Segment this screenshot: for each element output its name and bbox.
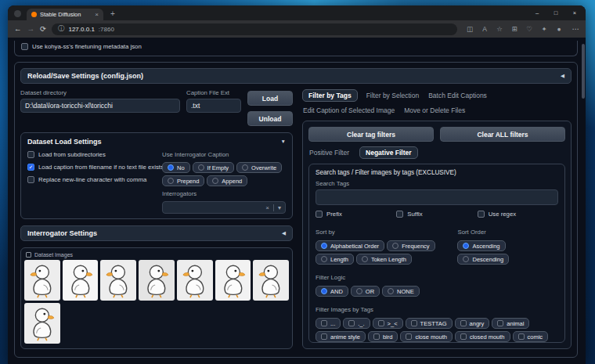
radio-token-length[interactable]: Token Length	[356, 254, 412, 265]
dropdown-caret-icon[interactable]: ▾	[278, 204, 281, 211]
forward-button[interactable]: →	[27, 25, 35, 33]
checkbox-suffix[interactable]: Suffix	[396, 211, 477, 218]
collections-icon[interactable]: ⊞	[507, 25, 522, 33]
radio-option-overwrite[interactable]: Overwrite	[236, 162, 282, 173]
settings-menu-button[interactable]: ⋯	[572, 25, 580, 33]
dataset-directory-input[interactable]	[20, 99, 180, 113]
radio-descending[interactable]: Descending	[457, 254, 509, 265]
extensions-icon[interactable]: ✦	[537, 25, 552, 33]
workspace-icon[interactable]	[14, 10, 21, 17]
tag-chip[interactable]: >_<	[373, 318, 403, 329]
dataset-image-thumbnail[interactable]	[24, 303, 60, 344]
tag-label: animal	[507, 320, 524, 327]
tag-chip[interactable]: angry	[455, 318, 490, 329]
caption-file-ext-input[interactable]	[186, 99, 241, 113]
radio-option-no[interactable]: No	[162, 162, 190, 173]
back-button[interactable]: ←	[14, 25, 22, 33]
clear-tag-filters-button[interactable]: Clear tag filters	[308, 127, 434, 142]
checkbox-use-regex[interactable]: Use regex	[478, 211, 558, 218]
page-scrollbar[interactable]	[582, 44, 585, 99]
radio-label: Ascending	[472, 243, 499, 250]
radio-icon	[212, 178, 218, 184]
minimize-button[interactable]: –	[528, 7, 546, 19]
tag-chip[interactable]: close mouth	[400, 331, 452, 342]
radio-option-append[interactable]: Append	[207, 175, 247, 186]
radio-none[interactable]: NONE	[382, 286, 420, 297]
site-info-icon[interactable]: ⓘ	[58, 24, 65, 34]
browser-tab[interactable]: Stable Diffusion ×	[27, 9, 103, 20]
tab-edit-caption-of-selected-image[interactable]: Edit Caption of Selected Image	[302, 105, 395, 116]
address-bar[interactable]: ⓘ 127.0.0.1:7860	[52, 23, 457, 35]
radio-length[interactable]: Length	[316, 254, 354, 265]
interrogator-caption-radio-group: No If Empty Overwrite Prepend Append	[162, 162, 286, 186]
tag-label: ._.	[358, 320, 364, 327]
search-options: Prefix Suffix Use regex	[316, 211, 558, 218]
essentials-icon[interactable]: ♡	[522, 25, 537, 33]
checkbox-prefix[interactable]: Prefix	[316, 211, 396, 218]
tag-chip[interactable]: closed mouth	[455, 331, 510, 342]
tab-move-or-delete-files[interactable]: Move or Delete Files	[403, 105, 466, 116]
tag-chip[interactable]: animal	[492, 318, 529, 329]
tab-positive-filter[interactable]: Positive Filter	[308, 147, 350, 158]
dataset-load-settings-header[interactable]: Dataset Load Settings ▼	[27, 138, 286, 146]
checkbox-icon	[411, 320, 417, 326]
checkbox-load-from-subdirectories[interactable]: Load from subdirectories	[27, 151, 154, 158]
radio-alphabetical-order[interactable]: Alphabetical Order	[316, 240, 384, 251]
tag-chip[interactable]: anime style	[316, 331, 366, 342]
new-tab-button[interactable]: +	[110, 10, 115, 18]
radio-or[interactable]: OR	[351, 286, 380, 297]
interrogator-settings-accordion[interactable]: Interrogator Settings ◀	[20, 225, 293, 241]
refresh-button[interactable]: ⟳	[40, 25, 46, 33]
dataset-image-thumbnail[interactable]	[139, 260, 175, 301]
radio-frequency[interactable]: Frequency	[387, 240, 435, 251]
use-interrogator-caption-label: Use Interrogator Caption	[162, 151, 286, 158]
duck-image	[215, 262, 251, 298]
tag-chip[interactable]: TESTTAG	[406, 318, 453, 329]
tab-filter-by-selection[interactable]: Filter by Selection	[366, 90, 420, 101]
dataset-image-thumbnail[interactable]	[177, 260, 213, 301]
checkbox-label: Suffix	[407, 211, 422, 218]
tag-chip[interactable]: bird	[368, 331, 398, 342]
favorites-icon[interactable]: ☆	[492, 25, 507, 33]
dataset-image-thumbnail[interactable]	[215, 260, 251, 301]
radio-option-if-empty[interactable]: If Empty	[193, 162, 235, 173]
sort-order-label: Sort Order	[457, 229, 485, 236]
split-screen-icon[interactable]: ◫	[463, 25, 478, 33]
tab-negative-filter[interactable]: Negative Filter	[359, 146, 418, 159]
interrogators-label: Interrogators	[162, 190, 286, 197]
read-aloud-icon[interactable]: A	[478, 25, 492, 33]
radio-icon	[198, 164, 204, 171]
kohya-json-checkbox[interactable]: Use kohya-ss's finetuning metadata json	[21, 43, 571, 50]
radio-option-prepend[interactable]: Prepend	[162, 175, 204, 186]
filter-logic-group: Filter Logic AND OR NONE	[316, 268, 558, 297]
tag-chip[interactable]: comic	[513, 331, 549, 342]
interrogators-dropdown[interactable]: × ▾	[162, 201, 286, 214]
checkbox-icon	[518, 333, 525, 340]
maximize-button[interactable]: □	[546, 7, 565, 19]
tab-batch-edit-captions[interactable]: Batch Edit Captions	[427, 90, 488, 101]
profile-icon[interactable]: ●	[552, 25, 567, 33]
load-button[interactable]: Load	[247, 91, 293, 106]
dataset-image-thumbnail[interactable]	[24, 260, 60, 301]
tab-filter-by-tags[interactable]: Filter by Tags	[302, 89, 358, 102]
url-host: 127.0.0.1	[68, 26, 94, 33]
close-button[interactable]: ×	[565, 7, 584, 19]
radio-and[interactable]: AND	[316, 286, 348, 297]
search-tags-input[interactable]	[316, 189, 558, 205]
checkbox-label: Replace new-line character with comma	[38, 176, 146, 183]
unload-button[interactable]: Unload	[247, 111, 293, 126]
dataset-image-thumbnail[interactable]	[100, 260, 136, 301]
dataset-image-thumbnail[interactable]	[63, 260, 99, 301]
tag-chip[interactable]: ...	[316, 318, 341, 329]
dataset-image-thumbnail[interactable]	[253, 260, 289, 301]
radio-ascending[interactable]: Ascending	[457, 240, 505, 251]
tab-close-icon[interactable]: ×	[95, 12, 99, 18]
checkbox-icon	[478, 211, 485, 218]
clear-selection-icon[interactable]: ×	[265, 204, 269, 211]
checkbox-load-caption-from-filename[interactable]: ✓ Load caption from filename if no text …	[27, 164, 154, 171]
checkbox-replace-newline-with-comma[interactable]: Replace new-line character with comma	[27, 176, 154, 183]
clear-all-filters-button[interactable]: Clear ALL filters	[440, 127, 565, 142]
tag-chip[interactable]: ._.	[343, 318, 370, 329]
image-grid	[24, 260, 289, 344]
reload-save-settings-accordion[interactable]: Reload/Save Settings (config.json) ◀	[20, 68, 572, 84]
